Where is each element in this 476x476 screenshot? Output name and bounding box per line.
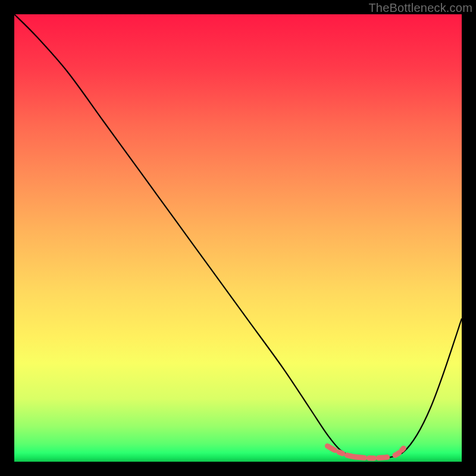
- plot-area: [14, 14, 462, 462]
- bottleneck-curve: [14, 14, 462, 458]
- curve-group: [14, 14, 462, 458]
- chart-container: TheBottleneck.com: [0, 0, 476, 476]
- chart-svg: [14, 14, 462, 462]
- watermark-label: TheBottleneck.com: [368, 1, 472, 15]
